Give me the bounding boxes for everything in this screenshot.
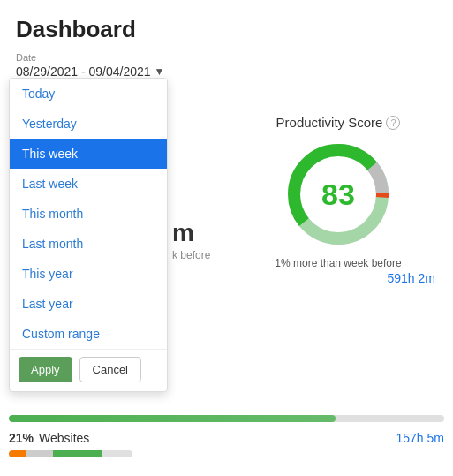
middle-text: m: [172, 219, 194, 247]
websites-hours: 157h 5m: [396, 431, 444, 445]
page-container: Dashboard Date 08/29/2021 - 09/04/2021 ▼…: [0, 0, 453, 476]
productivity-score: 83: [321, 178, 355, 212]
websites-row: 21% Websites 157h 5m: [9, 431, 444, 445]
cancel-button[interactable]: Cancel: [79, 357, 141, 382]
productivity-section: Productivity Score ? 83 1% more than wee…: [232, 115, 444, 285]
dropdown-item-this-month[interactable]: This month: [10, 199, 167, 229]
top-progress-fill: [9, 415, 336, 422]
apply-button[interactable]: Apply: [19, 357, 72, 382]
donut-chart: 83: [281, 137, 396, 252]
date-dropdown: Today Yesterday This week Last week This…: [9, 78, 168, 392]
dropdown-item-yesterday[interactable]: Yesterday: [10, 109, 167, 139]
dropdown-actions: Apply Cancel: [10, 349, 167, 391]
dropdown-item-this-year[interactable]: This year: [10, 259, 167, 289]
productivity-hours: 591h 2m: [232, 271, 444, 285]
help-icon[interactable]: ?: [386, 116, 400, 130]
dropdown-item-last-month[interactable]: Last month: [10, 229, 167, 259]
websites-pct: 21%: [9, 431, 34, 445]
productivity-title: Productivity Score ?: [276, 115, 401, 130]
productivity-title-text: Productivity Score: [276, 115, 383, 130]
page-title: Dashboard: [0, 0, 453, 47]
productivity-subtitle: 1% more than week before: [275, 257, 401, 269]
websites-label: Websites: [39, 431, 89, 445]
bottom-progress-green: [53, 450, 102, 457]
dropdown-item-today[interactable]: Today: [10, 79, 167, 109]
dropdown-item-this-week[interactable]: This week: [10, 139, 167, 169]
date-picker-trigger[interactable]: 08/29/2021 - 09/04/2021 ▼: [0, 64, 453, 79]
websites-label-group: 21% Websites: [9, 431, 89, 445]
top-progress-bar: [9, 415, 444, 422]
date-range-text: 08/29/2021 - 09/04/2021: [16, 64, 151, 79]
date-label: Date: [0, 52, 453, 63]
dropdown-item-custom-range[interactable]: Custom range: [10, 319, 167, 349]
dropdown-item-last-week[interactable]: Last week: [10, 169, 167, 199]
bottom-progress-bar: [9, 450, 132, 457]
bottom-progress-gray: [26, 450, 53, 457]
chevron-down-icon: ▼: [155, 65, 165, 78]
dropdown-item-last-year[interactable]: Last year: [10, 289, 167, 319]
middle-subtext: k before: [172, 249, 210, 261]
bottom-progress-orange: [9, 450, 26, 457]
